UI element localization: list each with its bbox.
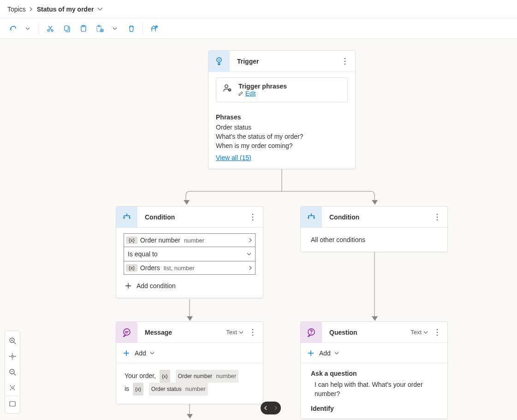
fit-to-screen-button[interactable]: [5, 349, 20, 364]
paste-button[interactable]: [76, 21, 91, 36]
trigger-node[interactable]: Trigger Trigger phrases Edit Phra: [208, 50, 356, 169]
svg-point-30: [437, 334, 438, 336]
cut-button[interactable]: [43, 21, 58, 36]
node-menu-button[interactable]: [430, 325, 445, 340]
node-menu-button[interactable]: [245, 210, 260, 225]
trigger-phrase: When is my order coming?: [216, 142, 348, 149]
zoom-panel: [5, 331, 20, 414]
chevron-down-icon[interactable]: [150, 352, 155, 355]
toolbar-separator: [39, 23, 39, 34]
breadcrumb-root[interactable]: Topics: [7, 6, 26, 13]
svg-point-22: [124, 329, 130, 335]
svg-point-21: [437, 219, 438, 220]
svg-point-25: [252, 334, 254, 336]
branch-icon: [301, 207, 322, 228]
breadcrumb: Topics Status of my order: [0, 0, 517, 18]
message-icon: [116, 322, 137, 343]
paste-dropdown[interactable]: [107, 21, 122, 36]
condition-value-picker[interactable]: {x} Orders list, number: [124, 261, 256, 275]
toolbar: [0, 18, 517, 39]
svg-rect-35: [10, 402, 15, 406]
svg-point-29: [437, 331, 438, 333]
trigger-phrase: What's the status of my order?: [216, 133, 348, 140]
trigger-phrase: Order status: [216, 124, 348, 131]
variable-token[interactable]: Order number number: [176, 370, 239, 383]
phrases-header: Phrases: [216, 113, 348, 121]
svg-point-0: [48, 30, 49, 31]
chevron-right-icon: [30, 7, 33, 12]
branch-icon: [116, 207, 137, 228]
variable-token[interactable]: {x}: [160, 370, 170, 383]
condition-node[interactable]: Condition {x} Order number number Is equ…: [116, 206, 263, 298]
undo-dropdown[interactable]: [20, 21, 35, 36]
node-type-badge[interactable]: Text: [226, 329, 237, 336]
view-all-phrases-link[interactable]: View all (15): [216, 154, 251, 161]
svg-point-12: [345, 60, 346, 62]
message-node[interactable]: Message Text Add Your order, {x} Order n…: [116, 321, 263, 404]
svg-point-24: [252, 331, 254, 333]
trigger-phrases-card[interactable]: Trigger phrases Edit: [216, 77, 348, 102]
minimap-button[interactable]: [5, 396, 20, 411]
identify-label: Identify: [311, 405, 437, 412]
copy-button[interactable]: [59, 21, 74, 36]
svg-point-16: [252, 213, 254, 215]
chevron-right-icon: [249, 266, 252, 270]
chevron-down-icon[interactable]: [423, 331, 428, 334]
breadcrumb-current[interactable]: Status of my order: [37, 6, 94, 13]
svg-point-19: [437, 213, 438, 215]
condition-variable-picker[interactable]: {x} Order number number: [124, 233, 256, 247]
question-text[interactable]: I can help with that. What's your order …: [315, 380, 437, 398]
paste-special-button[interactable]: [93, 21, 107, 36]
node-menu-button[interactable]: [245, 325, 260, 340]
edit-trigger-link[interactable]: Edit: [238, 90, 256, 97]
node-title: Question: [322, 329, 410, 336]
chevron-down-icon: [247, 253, 251, 255]
node-menu-button[interactable]: [338, 54, 352, 69]
delete-button[interactable]: [124, 21, 139, 36]
svg-point-18: [252, 219, 254, 220]
node-title: Trigger: [230, 58, 338, 65]
trigger-icon: [208, 51, 230, 72]
svg-point-27: [311, 333, 312, 334]
plus-icon: [305, 348, 316, 359]
condition-operator-picker[interactable]: Is equal to: [124, 247, 256, 261]
authoring-canvas[interactable]: Trigger Trigger phrases Edit Phra: [0, 39, 517, 420]
add-button[interactable]: Add: [135, 349, 146, 357]
chevron-down-icon[interactable]: [97, 7, 103, 11]
add-button[interactable]: Add: [319, 349, 331, 357]
svg-point-28: [437, 329, 438, 330]
svg-point-13: [345, 63, 346, 65]
chevron-down-icon[interactable]: [334, 352, 339, 355]
message-content[interactable]: Your order, {x} Order number number is {…: [116, 363, 263, 404]
nav-prev-button[interactable]: [261, 406, 271, 410]
node-type-badge[interactable]: Text: [410, 329, 422, 336]
ask-question-label: Ask a question: [311, 370, 437, 377]
user-says-icon: [223, 83, 232, 93]
undo-button[interactable]: [6, 21, 20, 36]
chevron-down-icon[interactable]: [239, 331, 244, 334]
variable-token[interactable]: {x}: [133, 383, 143, 396]
plus-icon: [124, 281, 133, 290]
trigger-phrases-label: Trigger phrases: [238, 83, 287, 90]
chevron-right-icon: [249, 238, 252, 243]
zoom-out-button[interactable]: [5, 364, 20, 380]
svg-point-20: [437, 216, 438, 218]
node-title: Message: [137, 329, 226, 336]
variable-token[interactable]: Order status number: [149, 383, 208, 396]
question-node[interactable]: Question Text Add Ask a question I can h…: [300, 321, 448, 419]
variable-token: {x}: [126, 237, 137, 244]
canvas-nav-pill[interactable]: [261, 402, 281, 414]
zoom-in-button[interactable]: [5, 333, 20, 349]
svg-point-32: [12, 355, 13, 357]
condition-node-other[interactable]: Condition All other conditions: [300, 206, 448, 252]
variables-button[interactable]: [147, 21, 161, 36]
add-condition-button[interactable]: Add condition: [124, 281, 256, 290]
question-icon: [301, 322, 322, 343]
svg-point-11: [345, 58, 346, 59]
node-menu-button[interactable]: [430, 210, 445, 225]
other-conditions-label: All other conditions: [301, 228, 447, 252]
svg-point-17: [252, 216, 254, 218]
variable-token: {x}: [126, 264, 137, 272]
nav-next-button[interactable]: [271, 406, 281, 410]
reset-view-button[interactable]: [5, 380, 20, 396]
